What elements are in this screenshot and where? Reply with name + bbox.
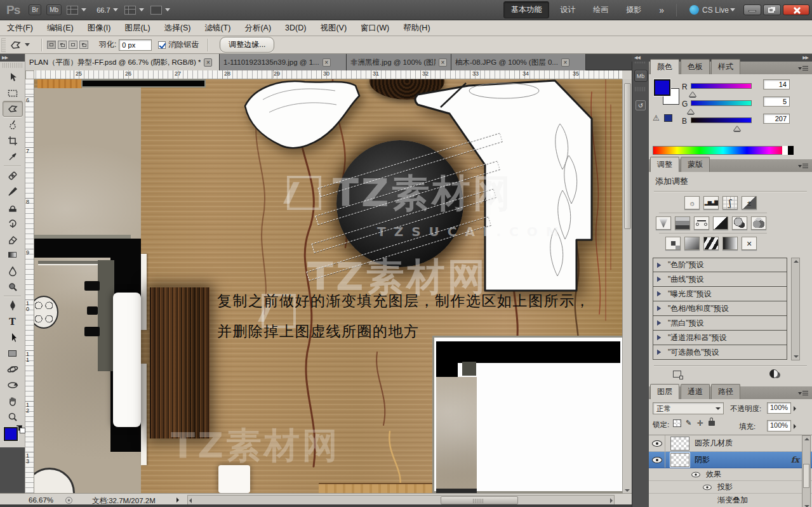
marquee-tool[interactable] — [3, 85, 23, 101]
history-panel-icon[interactable]: ↺ — [636, 100, 646, 110]
fill-value[interactable]: 100% — [767, 420, 791, 431]
bridge-button[interactable]: Br — [29, 4, 41, 15]
menu-3d[interactable]: 3D(D) — [278, 23, 313, 32]
hand-tool[interactable] — [3, 393, 23, 409]
menu-layer[interactable]: 图层(L) — [117, 23, 157, 34]
vertical-scrollbar[interactable] — [622, 79, 632, 493]
r-slider-thumb[interactable] — [689, 89, 696, 96]
hue-saturation-icon[interactable] — [675, 216, 690, 230]
layer-row-shadow-selected[interactable]: 阴影 fx — [649, 452, 812, 468]
healing-brush-tool[interactable] — [3, 168, 23, 183]
restore-button[interactable] — [763, 4, 781, 15]
eraser-tool[interactable] — [3, 231, 23, 247]
color-balance-icon[interactable] — [694, 216, 709, 230]
zoom-level[interactable]: 66.7 — [97, 6, 110, 14]
layers-scrollbar[interactable] — [802, 435, 811, 507]
layer-name[interactable]: 圆茶几材质 — [695, 438, 733, 449]
collapse-left-icon[interactable]: ◀◀ — [634, 54, 640, 62]
view-extras-icon[interactable] — [67, 6, 78, 15]
eye-icon[interactable] — [703, 484, 712, 490]
effect-name[interactable]: 渐变叠加 — [717, 495, 748, 506]
antialias-label[interactable]: 消除锯齿 — [168, 39, 199, 50]
chevron-down-icon[interactable] — [165, 8, 170, 11]
default-colors-icon[interactable] — [17, 425, 25, 433]
close-icon[interactable]: × — [561, 58, 569, 67]
eye-icon[interactable] — [691, 471, 700, 477]
scroll-left-icon[interactable] — [189, 498, 192, 503]
brush-tool[interactable] — [3, 183, 23, 199]
status-menu-icon[interactable] — [176, 497, 179, 503]
crop-tool[interactable] — [3, 133, 23, 148]
3d-orbit-tool[interactable] — [3, 377, 23, 393]
opacity-spinner-icon[interactable] — [794, 406, 796, 411]
preset-curves[interactable]: "曲线"预设 — [653, 272, 787, 287]
tab-adjustments[interactable]: 调整 — [650, 157, 679, 172]
scroll-down-icon[interactable] — [625, 489, 630, 492]
tab-color[interactable]: 颜色 — [650, 59, 679, 74]
menu-filter[interactable]: 滤镜(T) — [197, 23, 237, 34]
exposure-icon[interactable]: ± — [742, 196, 757, 209]
selection-intersect-icon[interactable] — [79, 41, 88, 49]
effect-row-drop-shadow[interactable]: 投影 — [649, 481, 812, 494]
chevron-down-icon[interactable] — [139, 8, 144, 11]
fx-badge[interactable]: fx — [791, 455, 799, 464]
zoom-field[interactable]: 66.67% — [29, 496, 53, 504]
refine-edge-button[interactable]: 调整边缘... — [220, 37, 274, 53]
shape-tool[interactable] — [3, 345, 23, 361]
black-white-icon[interactable] — [713, 216, 728, 230]
preset-levels[interactable]: "色阶"预设 — [653, 258, 787, 272]
menu-analysis[interactable]: 分析(A) — [237, 23, 278, 34]
presets-scrollbar[interactable] — [791, 258, 800, 360]
ruler-corner[interactable] — [25, 70, 34, 79]
tab-swatches[interactable]: 色板 — [681, 59, 710, 74]
document-canvas[interactable]: TZ素材网 TZSUCAI.COM TZ素材网 TZ素材网 复制之前做好的渐变填… — [34, 79, 622, 493]
selection-subtract-icon[interactable] — [69, 41, 77, 49]
g-value[interactable] — [763, 96, 790, 107]
menu-edit[interactable]: 编辑(E) — [40, 23, 81, 34]
r-slider[interactable] — [691, 83, 752, 89]
workspace-more-chevron[interactable]: » — [652, 3, 671, 18]
menu-file[interactable]: 文件(F) — [0, 23, 40, 34]
b-slider-thumb[interactable] — [734, 123, 740, 131]
workspace-photography[interactable]: 摄影 — [619, 2, 648, 18]
foreground-color-swatch[interactable] — [4, 427, 18, 441]
pen-tool[interactable] — [3, 298, 23, 313]
workspace-essentials[interactable]: 基本功能 — [503, 1, 549, 18]
layer-thumbnail[interactable] — [670, 453, 689, 467]
return-to-list-icon[interactable] — [673, 371, 681, 378]
curves-icon[interactable]: ʃ — [722, 196, 738, 209]
panel-menu-icon[interactable] — [798, 65, 808, 71]
feather-input[interactable] — [119, 39, 152, 51]
history-brush-tool[interactable] — [3, 215, 23, 231]
dock-grip[interactable] — [635, 87, 646, 91]
cs-live-label[interactable]: CS Live — [702, 6, 729, 15]
selection-add-icon[interactable] — [58, 41, 67, 49]
preset-channel-mixer[interactable]: "通道混和器"预设 — [653, 331, 787, 345]
preset-hue-saturation[interactable]: "色相/饱和度"预设 — [653, 301, 787, 316]
menu-select[interactable]: 选择(S) — [157, 23, 198, 34]
lock-paint-icon[interactable]: ✎ — [686, 419, 691, 427]
chevron-down-icon[interactable] — [113, 8, 118, 11]
polygonal-lasso-tool-icon[interactable] — [10, 39, 23, 51]
chevron-down-icon[interactable] — [81, 8, 86, 11]
close-icon[interactable]: × — [204, 58, 212, 67]
tab-masks[interactable]: 蒙版 — [681, 157, 710, 172]
move-tool[interactable] — [3, 69, 23, 85]
effects-label[interactable]: 效果 — [706, 469, 721, 480]
dodge-tool[interactable] — [3, 279, 23, 294]
b-slider[interactable] — [691, 117, 752, 123]
drag-grip[interactable] — [1, 38, 6, 52]
tab-paths[interactable]: 路径 — [711, 384, 740, 399]
clone-stamp-tool[interactable] — [3, 199, 23, 215]
gamut-warning-icon[interactable]: ⚠ — [653, 114, 660, 122]
lock-all-icon[interactable] — [709, 421, 715, 426]
vertical-ruler[interactable]: 67 89 1011 1213 — [25, 79, 34, 493]
mini-bridge-panel-icon[interactable]: Mb — [634, 70, 648, 82]
fill-spinner-icon[interactable] — [794, 424, 796, 429]
invert-icon[interactable] — [665, 237, 681, 250]
blur-tool[interactable] — [3, 263, 23, 279]
chevron-down-icon[interactable] — [730, 8, 735, 11]
vibrance-icon[interactable] — [656, 216, 671, 230]
collapse-right-icon[interactable]: ▶▶ — [802, 54, 808, 62]
layer-name[interactable]: 阴影 — [695, 454, 710, 465]
